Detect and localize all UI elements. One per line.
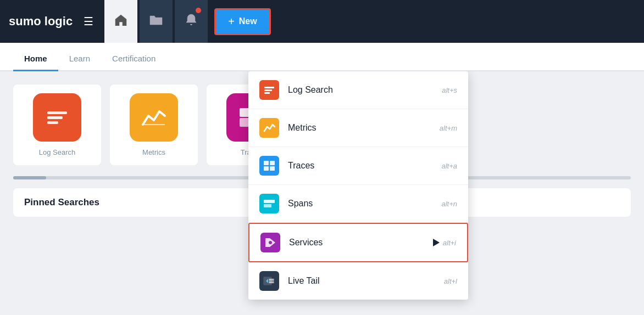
new-button[interactable]: + New	[214, 8, 271, 35]
dropdown-item-traces[interactable]: Traces alt+a	[248, 147, 468, 185]
svg-rect-0	[47, 111, 67, 114]
bell-icon	[185, 13, 197, 30]
new-button-plus: +	[228, 15, 235, 28]
svg-rect-9	[264, 92, 270, 94]
traces-menu-icon	[259, 156, 279, 176]
dropdown-item-live-tail[interactable]: Live Tail alt+l	[248, 262, 468, 300]
metrics-menu-icon	[259, 118, 279, 138]
svg-rect-1	[47, 116, 63, 119]
services-menu-icon	[260, 233, 280, 252]
svg-point-16	[269, 241, 272, 244]
home-icon	[114, 14, 127, 29]
services-shortcut: alt+i	[443, 239, 456, 247]
spans-shortcut: alt+n	[441, 200, 457, 208]
dropdown-item-log-search[interactable]: Log Search alt+s	[248, 71, 468, 109]
hamburger-button[interactable]: ☰	[79, 13, 98, 30]
live-tail-menu-icon	[259, 271, 279, 291]
svg-rect-13	[270, 166, 275, 171]
services-menu-label: Services	[289, 238, 443, 248]
tabs-bar: Home Learn Certification	[0, 43, 644, 71]
svg-rect-10	[264, 161, 269, 165]
cursor-arrow	[433, 239, 440, 246]
metrics-card-label: Metrics	[142, 148, 165, 156]
svg-rect-11	[270, 161, 275, 165]
pinned-searches-title: Pinned Searches	[24, 197, 99, 207]
notification-dot	[196, 8, 201, 13]
svg-rect-14	[264, 200, 275, 203]
home-nav-button[interactable]	[104, 0, 137, 43]
dropdown-menu: Log Search alt+s Metrics alt+m	[248, 71, 468, 300]
metrics-menu-label: Metrics	[288, 123, 440, 133]
live-tail-shortcut: alt+l	[444, 277, 457, 285]
dropdown-item-services[interactable]: Services alt+i	[248, 223, 468, 262]
dropdown-item-metrics[interactable]: Metrics alt+m	[248, 109, 468, 147]
folder-icon	[149, 14, 163, 29]
log-search-card-icon	[33, 93, 81, 142]
metrics-shortcut: alt+m	[440, 124, 457, 132]
log-search-card-label: Log Search	[39, 148, 76, 156]
log-search-menu-icon	[259, 80, 279, 100]
log-search-menu-label: Log Search	[288, 85, 442, 95]
bell-nav-button[interactable]	[175, 0, 208, 43]
dropdown-item-spans[interactable]: Spans alt+n	[248, 185, 468, 223]
svg-rect-7	[264, 87, 274, 88]
top-nav: sumo logic ☰ + New	[0, 0, 644, 43]
log-search-card[interactable]: Log Search	[13, 85, 101, 165]
log-search-shortcut: alt+s	[442, 86, 457, 94]
svg-rect-15	[264, 204, 271, 207]
folder-nav-button[interactable]	[140, 0, 173, 43]
new-button-label: New	[239, 16, 257, 26]
brand: sumo logic ☰	[9, 13, 98, 30]
main-content: Log Search Metrics	[0, 71, 644, 315]
svg-rect-8	[264, 89, 272, 91]
metrics-card-icon	[130, 93, 178, 142]
spans-menu-label: Spans	[288, 199, 441, 209]
traces-menu-label: Traces	[288, 161, 441, 171]
traces-shortcut: alt+a	[441, 162, 457, 170]
tab-home[interactable]: Home	[13, 47, 58, 71]
svg-rect-12	[264, 166, 269, 171]
scroll-thumb	[13, 176, 46, 179]
live-tail-menu-label: Live Tail	[288, 276, 444, 286]
tab-learn[interactable]: Learn	[58, 47, 101, 71]
spans-menu-icon	[259, 194, 279, 213]
svg-rect-2	[47, 121, 58, 124]
metrics-card[interactable]: Metrics	[110, 85, 198, 165]
brand-name: sumo logic	[9, 14, 73, 29]
tab-certification[interactable]: Certification	[101, 47, 166, 71]
